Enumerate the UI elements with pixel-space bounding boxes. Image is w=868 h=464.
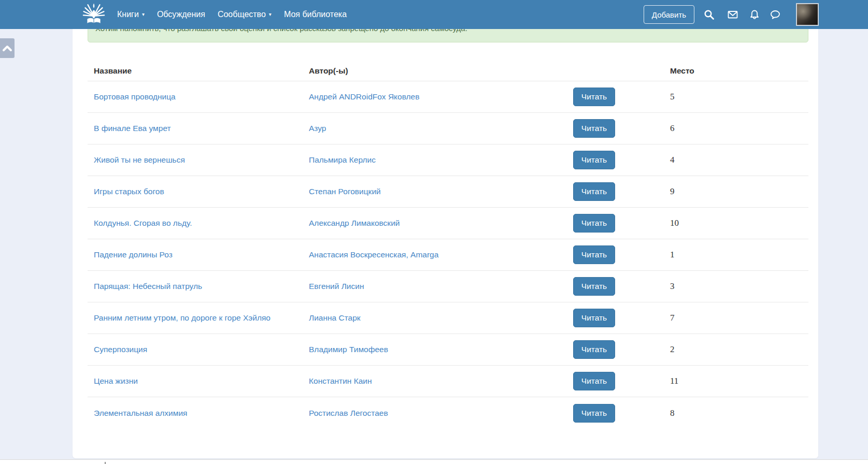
- envelope-icon[interactable]: [728, 9, 738, 20]
- book-title-link[interactable]: Колдунья. Сгорая во льду.: [94, 219, 192, 227]
- author-link[interactable]: Константин Каин: [309, 376, 372, 385]
- book-title-link[interactable]: Игры старых богов: [94, 187, 164, 196]
- read-button[interactable]: Читать: [573, 182, 615, 201]
- nav-item-label: Обсуждения: [157, 10, 205, 19]
- author-link[interactable]: Александр Лимаковский: [309, 219, 400, 227]
- scroll-to-top-button[interactable]: [0, 38, 15, 58]
- author-link[interactable]: Анастасия Воскресенская, Amarga: [309, 250, 438, 259]
- table-row: Суперпозиция Владимир Тимофеев Читать 2: [88, 334, 808, 366]
- table-row: Бортовая проводница Андрей ANDRoidFox Як…: [88, 81, 808, 113]
- author-link[interactable]: Азур: [309, 124, 326, 133]
- read-button[interactable]: Читать: [573, 372, 615, 390]
- read-button[interactable]: Читать: [573, 404, 615, 423]
- table-header-row: Название Автор(-ы) Место: [88, 53, 808, 81]
- book-title-link[interactable]: Падение долины Роз: [94, 250, 173, 259]
- table-row: Парящая: Небесный патруль Евгений Лисин …: [88, 271, 808, 302]
- nav-menu: Книги ▾ Обсуждения Сообщество ▾ Моя библ…: [117, 0, 347, 29]
- place-number: 1: [670, 250, 675, 259]
- nav-item-community[interactable]: Сообщество ▾: [218, 10, 272, 19]
- place-number: 7: [670, 313, 675, 323]
- place-number: 9: [670, 186, 675, 196]
- caret-down-icon: ▾: [142, 12, 145, 17]
- nav-item-books[interactable]: Книги ▾: [117, 10, 145, 19]
- author-link[interactable]: Пальмира Керлис: [309, 155, 376, 164]
- book-title-link[interactable]: Бортовая проводница: [94, 92, 176, 101]
- author-link[interactable]: Андрей ANDRoidFox Яковлев: [309, 92, 419, 101]
- book-title-link[interactable]: Парящая: Небесный патруль: [94, 282, 202, 291]
- top-navbar: Книги ▾ Обсуждения Сообщество ▾ Моя библ…: [0, 0, 868, 29]
- search-icon[interactable]: [704, 9, 714, 20]
- place-number: 11: [670, 376, 678, 386]
- read-button[interactable]: Читать: [573, 309, 615, 327]
- author-link[interactable]: Евгений Лисин: [309, 282, 364, 291]
- table-row: Игры старых богов Степан Роговицкий Чита…: [88, 176, 808, 208]
- author-link[interactable]: Лианна Старк: [309, 313, 361, 322]
- book-title-link[interactable]: Элементальная алхимия: [94, 409, 187, 417]
- footer-strip: [0, 459, 868, 464]
- place-number: 3: [670, 281, 675, 291]
- nav-item-label: Книги: [117, 10, 139, 19]
- page: Хотим напомнить, что разглашать свои оце…: [0, 0, 868, 464]
- read-button[interactable]: Читать: [573, 151, 615, 169]
- read-button[interactable]: Читать: [573, 340, 615, 359]
- read-button[interactable]: Читать: [573, 88, 615, 106]
- table-row: Живой ты не вернешься Пальмира Керлис Чи…: [88, 144, 808, 176]
- table-row: Колдунья. Сгорая во льду. Александр Лима…: [88, 208, 808, 239]
- table-body: Бортовая проводница Андрей ANDRoidFox Як…: [88, 81, 808, 429]
- place-number: 6: [670, 123, 675, 133]
- place-number: 10: [670, 218, 679, 228]
- caret-down-icon: ▾: [269, 12, 272, 17]
- header-actions-spacer: [573, 76, 615, 81]
- table-row: Ранним летним утром, по дороге к горе Хэ…: [88, 302, 808, 334]
- read-button[interactable]: Читать: [573, 277, 615, 296]
- read-button[interactable]: Читать: [573, 214, 615, 233]
- add-button[interactable]: Добавить: [644, 5, 694, 24]
- chat-bubble-icon[interactable]: [770, 9, 780, 20]
- table-row: Элементальная алхимия Ростислав Легостае…: [88, 397, 808, 429]
- place-number: 2: [670, 344, 675, 354]
- nav-item-discussions[interactable]: Обсуждения: [157, 10, 205, 19]
- bell-icon[interactable]: [749, 9, 760, 20]
- place-number: 8: [670, 408, 675, 418]
- stories-table: Название Автор(-ы) Место Бортовая провод…: [88, 53, 808, 429]
- header-title: Название: [88, 66, 309, 81]
- table-row: В финале Ева умрет Азур Читать 6: [88, 113, 808, 144]
- place-number: 5: [670, 92, 675, 102]
- read-button[interactable]: Читать: [573, 245, 615, 264]
- author-link[interactable]: Степан Роговицкий: [309, 187, 381, 196]
- book-title-link[interactable]: В финале Ева умрет: [94, 124, 171, 133]
- nav-item-my-library[interactable]: Моя библиотека: [284, 10, 347, 19]
- chevron-up-icon: [2, 45, 12, 52]
- author-today-phoenix-logo[interactable]: [82, 3, 106, 26]
- read-button[interactable]: Читать: [573, 119, 615, 138]
- footer-cutoff-text: [105, 462, 106, 464]
- header-authors: Автор(-ы): [309, 66, 573, 81]
- author-link[interactable]: Владимир Тимофеев: [309, 345, 388, 354]
- author-link[interactable]: Ростислав Легостаев: [309, 409, 388, 417]
- main-content-card: Хотим напомнить, что разглашать свои оце…: [73, 10, 818, 458]
- book-title-link[interactable]: Ранним летним утром, по дороге к горе Хэ…: [94, 313, 271, 322]
- book-title-link[interactable]: Суперпозиция: [94, 345, 147, 354]
- place-number: 4: [670, 155, 675, 165]
- nav-item-label: Моя библиотека: [284, 10, 347, 19]
- user-avatar[interactable]: [796, 3, 819, 26]
- nav-item-label: Сообщество: [218, 10, 266, 19]
- book-title-link[interactable]: Живой ты не вернешься: [94, 155, 185, 164]
- table-row: Цена жизни Константин Каин Читать 11: [88, 366, 808, 397]
- header-place: Место: [615, 66, 808, 81]
- table-row: Падение долины Роз Анастасия Воскресенск…: [88, 239, 808, 271]
- book-title-link[interactable]: Цена жизни: [94, 376, 138, 385]
